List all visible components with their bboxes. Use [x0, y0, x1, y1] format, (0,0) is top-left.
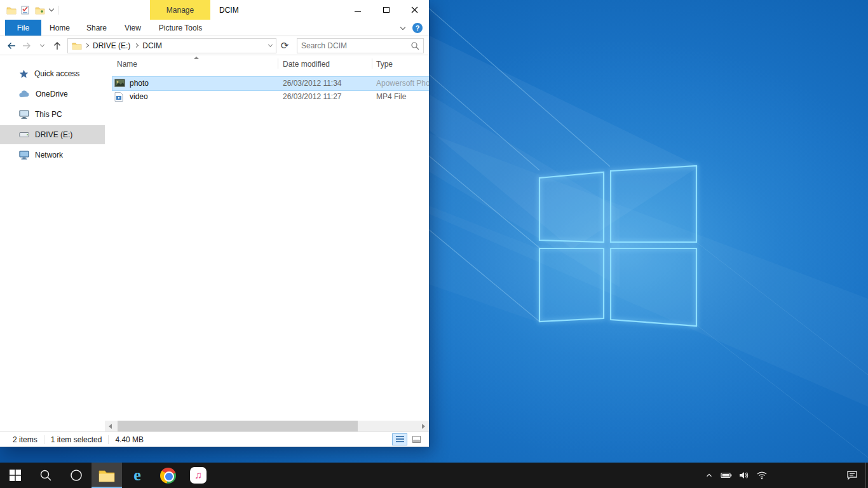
show-desktop-button[interactable] [865, 463, 868, 488]
column-divider[interactable] [278, 58, 278, 69]
taskbar-file-explorer-button[interactable] [92, 463, 122, 488]
properties-icon[interactable] [21, 6, 31, 15]
search-icon[interactable] [410, 41, 419, 50]
sidebar-item-network[interactable]: Network [0, 146, 105, 165]
breadcrumb-drive[interactable]: DRIVE (E:) [92, 41, 132, 50]
selection-size: 4.40 MB [115, 435, 144, 444]
taskbar-internet-explorer-button[interactable]: e [122, 463, 153, 488]
taskbar-itunes-button[interactable]: ♫ [183, 463, 214, 488]
left-triangle-icon [109, 424, 112, 429]
column-divider[interactable] [372, 58, 372, 69]
recent-locations-button[interactable] [34, 38, 50, 53]
tab-share[interactable]: Share [78, 20, 115, 36]
back-arrow-icon [6, 41, 17, 51]
status-divider [44, 435, 44, 444]
cortana-circle-icon [70, 469, 83, 482]
close-button[interactable] [400, 0, 429, 20]
start-button[interactable] [0, 463, 31, 488]
contextual-header-label: Manage [166, 6, 194, 15]
tray-chevron-up-icon[interactable] [705, 471, 714, 480]
ribbon-right-controls: ? [401, 20, 423, 36]
address-history-chevron-icon[interactable] [268, 43, 273, 47]
windows-start-icon [10, 470, 21, 481]
new-folder-icon[interactable] [35, 6, 45, 15]
taskbar-search-button[interactable] [31, 463, 61, 488]
photo-thumbnail-icon [114, 79, 125, 87]
status-divider [108, 435, 109, 444]
address-row: DRIVE (E:) DCIM ⟳ [0, 36, 429, 55]
large-icons-view-icon [412, 436, 421, 443]
computer-icon [19, 110, 29, 119]
wifi-network-icon[interactable] [756, 471, 768, 480]
minimize-icon [355, 11, 361, 12]
sort-ascending-caret-icon [194, 57, 199, 59]
right-triangle-icon [422, 424, 425, 429]
sidebar-item-drive-e[interactable]: DRIVE (E:) [0, 125, 105, 144]
file-row-photo[interactable]: photo 26/03/2012 11:34 Apowersoft Pho [112, 77, 429, 90]
file-rows: photo 26/03/2012 11:34 Apowersoft Pho vi… [105, 72, 429, 431]
folder-icon[interactable] [6, 6, 17, 15]
customize-qat-chevron-icon[interactable] [49, 6, 54, 11]
qat-separator [58, 6, 58, 15]
scroll-left-arrow[interactable] [105, 421, 116, 431]
contextual-tab-header: Manage [150, 0, 210, 20]
sidebar-item-quick-access[interactable]: Quick access [0, 64, 105, 83]
items-count: 2 items [13, 435, 37, 444]
drive-icon [19, 131, 29, 139]
ribbon-tab-row: File Home Share View Picture Tools ? [0, 20, 429, 36]
file-name: video [130, 92, 148, 101]
recent-locations-chevron-icon [39, 43, 44, 47]
battery-icon[interactable] [721, 471, 732, 480]
large-icons-view-button[interactable] [409, 433, 424, 445]
onedrive-cloud-icon [19, 90, 30, 98]
selection-count: 1 item selected [51, 435, 102, 444]
details-view-button[interactable] [392, 433, 407, 445]
details-view-icon [396, 436, 404, 443]
explorer-main: Quick access OneDrive This PC DRIVE (E:)… [0, 55, 429, 431]
tab-home[interactable]: Home [41, 20, 78, 36]
close-icon [411, 6, 418, 13]
forward-button[interactable] [19, 38, 34, 53]
volume-icon[interactable] [739, 471, 749, 480]
breadcrumb-chevron-icon [134, 43, 139, 48]
sidebar-item-label: OneDrive [36, 90, 68, 98]
file-explorer-window: Manage DCIM File Home Share View Picture… [0, 0, 429, 447]
tab-file[interactable]: File [5, 20, 41, 36]
breadcrumb-dcim[interactable]: DCIM [141, 41, 163, 50]
file-row-video[interactable]: video 26/03/2012 11:27 MP4 File [112, 90, 429, 104]
column-headers: Name Date modified Type [105, 55, 429, 72]
refresh-button[interactable]: ⟳ [276, 38, 293, 53]
titlebar: Manage DCIM [0, 0, 429, 20]
scroll-right-arrow[interactable] [418, 421, 429, 431]
minimize-button[interactable] [343, 0, 372, 20]
tab-picture-tools[interactable]: Picture Tools [151, 20, 210, 36]
network-icon [19, 151, 29, 159]
taskbar-chrome-button[interactable] [153, 463, 183, 488]
chrome-icon [160, 468, 176, 484]
sidebar-item-label: Quick access [34, 69, 79, 78]
back-button[interactable] [4, 38, 19, 53]
action-center-icon [846, 470, 858, 480]
scrollbar-thumb[interactable] [118, 421, 358, 431]
system-tray [705, 463, 768, 488]
tab-view[interactable]: View [115, 20, 151, 36]
quick-access-toolbar [6, 0, 58, 20]
search-box [297, 38, 424, 53]
up-button[interactable] [50, 38, 65, 53]
help-icon[interactable]: ? [412, 23, 423, 33]
expand-ribbon-chevron-icon[interactable] [400, 24, 405, 29]
column-header-date-modified[interactable]: Date modified [283, 60, 330, 69]
sidebar-item-this-pc[interactable]: This PC [0, 105, 105, 124]
forward-arrow-icon [22, 41, 32, 51]
quick-access-star-icon [19, 69, 29, 79]
sidebar-item-onedrive[interactable]: OneDrive [0, 85, 105, 104]
address-bar[interactable]: DRIVE (E:) DCIM [67, 38, 276, 53]
navigation-pane: Quick access OneDrive This PC DRIVE (E:)… [0, 55, 105, 431]
action-center-button[interactable] [846, 463, 858, 488]
column-header-type[interactable]: Type [376, 60, 393, 69]
search-input[interactable] [301, 41, 410, 50]
horizontal-scrollbar [105, 421, 429, 431]
column-header-name[interactable]: Name [117, 60, 137, 69]
cortana-button[interactable] [61, 463, 92, 488]
maximize-button[interactable] [372, 0, 400, 20]
